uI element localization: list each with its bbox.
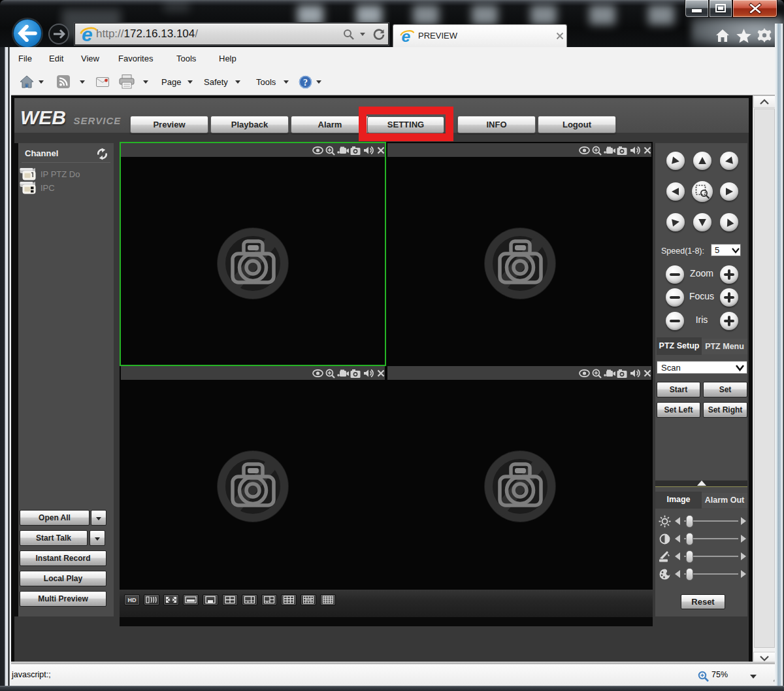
svg-text:HD: HD — [128, 597, 137, 603]
svg-text:?: ? — [303, 78, 308, 88]
